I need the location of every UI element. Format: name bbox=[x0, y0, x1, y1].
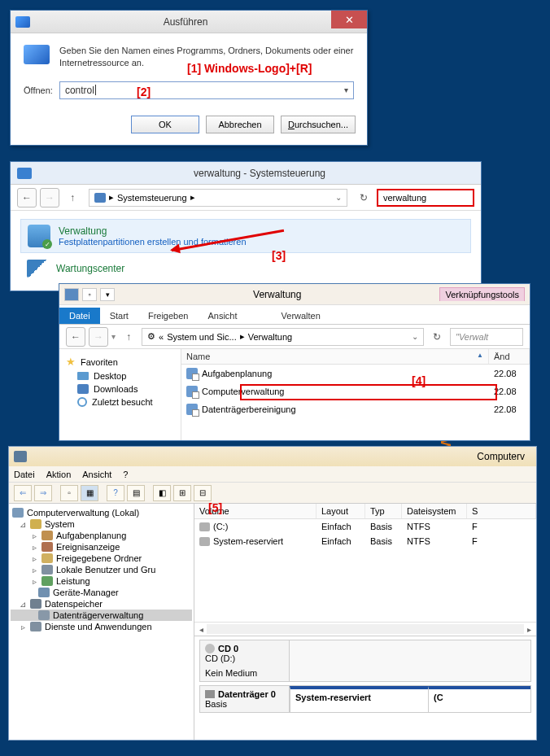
tree-lokale[interactable]: ▹Lokale Benutzer und Gru bbox=[11, 564, 192, 575]
sidebar-recent[interactable]: Zuletzt besucht bbox=[63, 395, 177, 409]
col-status[interactable]: S bbox=[467, 504, 536, 518]
tree-leistung[interactable]: ▹Leistung bbox=[11, 575, 192, 587]
expand-icon[interactable]: ▹ bbox=[19, 623, 27, 631]
tree-datentraeger[interactable]: Datenträgerverwaltung bbox=[11, 610, 192, 621]
col-layout[interactable]: Layout bbox=[316, 504, 365, 518]
tab-verwalten[interactable]: Verwalten bbox=[272, 308, 330, 324]
forward-button[interactable]: → bbox=[89, 327, 108, 347]
tab-start[interactable]: Start bbox=[100, 308, 138, 324]
breadcrumb[interactable]: ⚙ « System und Sic... ▸ Verwaltung ⌄ bbox=[142, 328, 424, 346]
tree-root[interactable]: Computerverwaltung (Lokal) bbox=[11, 507, 192, 518]
partition-system-reserved[interactable]: System-reserviert bbox=[290, 686, 428, 712]
scroll-left-icon[interactable]: ◂ bbox=[199, 625, 203, 634]
window-title: Ausführen bbox=[37, 16, 367, 28]
scroll-right-icon[interactable]: ▸ bbox=[527, 625, 531, 634]
refresh-button[interactable]: ↻ bbox=[427, 327, 447, 347]
ok-button[interactable]: OK bbox=[131, 116, 199, 133]
search-input[interactable]: "Verwalt bbox=[450, 328, 523, 346]
tab-ansicht[interactable]: Ansicht bbox=[198, 308, 247, 324]
toolbar-btn[interactable]: ▫ bbox=[60, 485, 78, 501]
expand-icon[interactable]: ▹ bbox=[30, 566, 38, 575]
menu-datei[interactable]: Datei bbox=[14, 470, 35, 479]
volume-row[interactable]: System-reserviert Einfach Basis NTFS F bbox=[194, 534, 536, 548]
titlebar[interactable]: ▫ ▾ Verwaltung Verknüpfungstools bbox=[59, 284, 530, 305]
file-row[interactable]: Datenträgerbereinigung 22.08 bbox=[181, 400, 530, 418]
search-result-wartungscenter[interactable]: Wartungscenter bbox=[20, 255, 471, 282]
search-input[interactable]: verwaltung bbox=[377, 189, 474, 207]
toolbar-back[interactable]: ⇐ bbox=[14, 485, 32, 501]
col-name[interactable]: Name ▲ bbox=[181, 349, 489, 364]
sidebar-downloads[interactable]: Downloads bbox=[63, 382, 177, 395]
back-button[interactable]: ← bbox=[66, 327, 85, 347]
expand-icon[interactable]: ▹ bbox=[30, 577, 38, 586]
cd-block[interactable]: CD 0 CD (D:) Kein Medium bbox=[199, 640, 531, 682]
col-fs[interactable]: Dateisystem bbox=[402, 504, 467, 518]
browse-button[interactable]: Durchsuchen... bbox=[281, 116, 356, 133]
expand-icon[interactable]: ▹ bbox=[30, 531, 38, 540]
menu-ansicht[interactable]: Ansicht bbox=[82, 470, 111, 479]
disk0-block[interactable]: Datenträger 0 Basis System-reserviert (C bbox=[199, 685, 531, 713]
annotation-5: [5] bbox=[208, 501, 222, 514]
refresh-button[interactable]: ↻ bbox=[354, 188, 373, 208]
expand-icon[interactable]: ▹ bbox=[30, 554, 38, 563]
breadcrumb-item[interactable]: System und Sic... bbox=[167, 332, 237, 342]
menu-help[interactable]: ? bbox=[123, 470, 128, 479]
tree-ereignis[interactable]: ▹Ereignisanzeige bbox=[11, 541, 192, 553]
toolbar-btn[interactable]: ◧ bbox=[153, 485, 171, 501]
tree-freigegebene[interactable]: ▹Freigegebene Ordner bbox=[11, 553, 192, 564]
expand-icon[interactable]: ▹ bbox=[30, 543, 38, 552]
shortcut-icon bbox=[186, 368, 198, 379]
toolbar-btn[interactable]: ⊞ bbox=[173, 485, 191, 501]
file-row[interactable]: Aufgabenplanung 22.08 bbox=[181, 365, 530, 382]
contextual-tab[interactable]: Verknüpfungstools bbox=[439, 287, 525, 301]
breadcrumb[interactable]: ▸ Systemsteuerung ▸ ⌄ bbox=[89, 189, 347, 207]
scrollbar[interactable] bbox=[207, 624, 524, 634]
qat-new[interactable]: ▾ bbox=[100, 288, 115, 301]
col-date[interactable]: Änd bbox=[489, 349, 530, 364]
toolbar-btn[interactable]: ▦ bbox=[81, 485, 98, 501]
mmc-icon bbox=[12, 508, 24, 518]
back-button[interactable]: ← bbox=[17, 188, 37, 208]
tree-geraete[interactable]: Geräte-Manager bbox=[11, 587, 192, 598]
breadcrumb-icon: ⚙ bbox=[147, 331, 155, 342]
up-button[interactable]: ↑ bbox=[63, 188, 82, 208]
collapse-icon[interactable]: ⊿ bbox=[19, 520, 27, 529]
toolbar-btn[interactable]: ▤ bbox=[127, 485, 145, 501]
tab-freigeben[interactable]: Freigeben bbox=[138, 308, 199, 324]
right-panel: Volume Layout Typ Dateisystem S (C:) Ein… bbox=[194, 504, 536, 740]
qat-props[interactable]: ▫ bbox=[82, 288, 97, 301]
run-large-icon bbox=[24, 45, 50, 64]
up-button[interactable]: ↑ bbox=[119, 327, 138, 347]
shortcut-icon bbox=[186, 404, 198, 415]
open-combobox[interactable]: control bbox=[59, 81, 354, 99]
collapse-icon[interactable]: ⊿ bbox=[19, 600, 27, 609]
tree-datenspeicher[interactable]: ⊿Datenspeicher bbox=[11, 598, 192, 610]
titlebar[interactable]: Computerv bbox=[9, 447, 536, 466]
cancel-button[interactable]: Abbrechen bbox=[206, 116, 274, 133]
close-button[interactable]: ✕ bbox=[331, 11, 367, 28]
tree-system[interactable]: ⊿System bbox=[11, 518, 192, 530]
partition-c[interactable]: (C bbox=[428, 686, 530, 712]
titlebar[interactable]: Ausführen ✕ bbox=[11, 11, 367, 33]
tree-aufgaben[interactable]: ▹Aufgabenplanung bbox=[11, 530, 192, 541]
volume-row[interactable]: (C:) Einfach Basis NTFS F bbox=[194, 519, 536, 534]
sidebar-favorites[interactable]: ★Favoriten bbox=[63, 354, 177, 369]
tab-datei[interactable]: Datei bbox=[59, 308, 100, 324]
sidebar: ★Favoriten Desktop Downloads Zuletzt bes… bbox=[59, 349, 181, 440]
menu-aktion[interactable]: Aktion bbox=[46, 470, 72, 479]
toolbar-help[interactable]: ? bbox=[107, 485, 124, 501]
col-typ[interactable]: Typ bbox=[365, 504, 402, 518]
mmc-icon bbox=[14, 451, 27, 462]
toolbar: ⇐ ⇒ ▫ ▦ ? ▤ ◧ ⊞ ⊟ bbox=[9, 483, 536, 504]
tree-dienste[interactable]: ▹Dienste und Anwendungen bbox=[11, 621, 192, 632]
toolbar-forward[interactable]: ⇒ bbox=[34, 485, 52, 501]
forward-button[interactable]: → bbox=[40, 188, 59, 208]
menubar: Datei Aktion Ansicht ? bbox=[9, 466, 536, 483]
titlebar[interactable]: verwaltung - Systemsteuerung bbox=[11, 162, 481, 185]
breadcrumb-item[interactable]: Systemsteuerung bbox=[117, 193, 187, 203]
qat-icon[interactable] bbox=[64, 288, 79, 301]
toolbar-btn[interactable]: ⊟ bbox=[194, 485, 212, 501]
sidebar-desktop[interactable]: Desktop bbox=[63, 369, 177, 382]
breadcrumb-item[interactable]: Verwaltung bbox=[248, 332, 292, 342]
file-row-computerverwaltung[interactable]: Computerverwaltung 22.08 bbox=[181, 382, 530, 400]
